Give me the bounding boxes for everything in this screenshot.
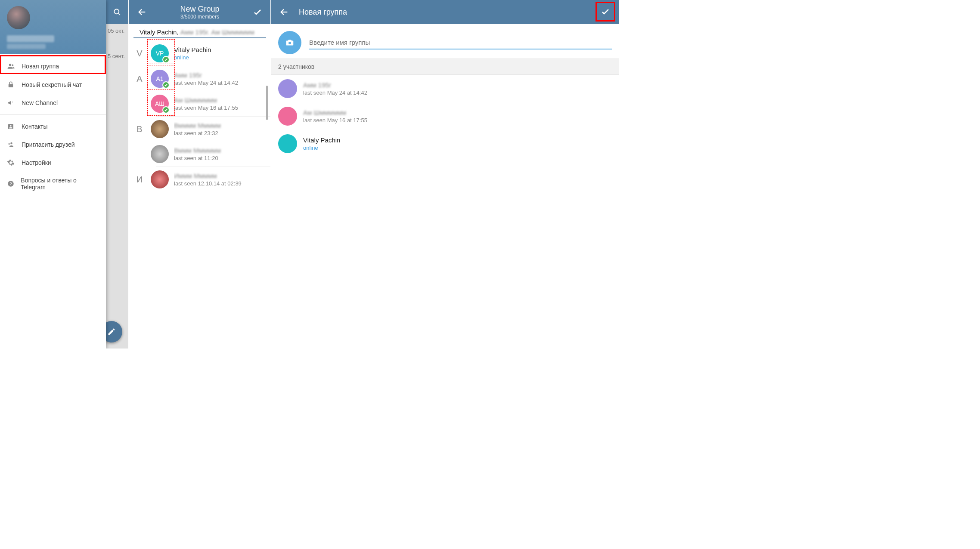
- contact-name-blurred: Вммм Мммммм: [174, 147, 265, 154]
- contact-row[interactable]: V VP Vitaly Pachin online: [129, 41, 270, 66]
- member-row[interactable]: Aмм 195г last seen May 24 at 14:42: [271, 75, 619, 102]
- selected-names-field[interactable]: Vitaly Pachin, Aмм 195г. Ам Шмммммм: [133, 24, 266, 38]
- member-avatar: [278, 134, 297, 153]
- svg-point-7: [10, 142, 12, 145]
- search-icon[interactable]: [113, 8, 121, 16]
- chat-list-peek: 05 окт. 5 сент.: [108, 26, 128, 77]
- svg-point-10: [288, 42, 291, 44]
- section-letter: A: [135, 74, 144, 84]
- menu-label: Контакты: [22, 123, 47, 130]
- header-title: Новая группа: [292, 8, 595, 17]
- group-name-row: [271, 24, 619, 59]
- menu-invite-friends[interactable]: Пригласить друзей: [0, 136, 106, 154]
- highlight-confirm: [595, 2, 615, 22]
- group-photo-button[interactable]: [278, 31, 301, 54]
- gear-icon: [7, 159, 22, 167]
- contact-avatar-photo: [151, 145, 169, 163]
- user-phone-blurred: [7, 44, 46, 49]
- panel2-title: New Group 3/5000 members: [150, 5, 250, 20]
- member-name-blurred: Aмм 195г: [303, 81, 367, 89]
- contact-row[interactable]: B Вмммм Ммммм last seen at 23:32: [129, 117, 270, 142]
- member-name: Vitaly Pachin: [303, 136, 340, 144]
- svg-point-3: [12, 65, 13, 66]
- drawer-menu: Новая группа Новый секретный чат New Cha…: [0, 54, 106, 198]
- user-avatar[interactable]: [7, 6, 30, 29]
- menu-contacts[interactable]: Контакты: [0, 117, 106, 136]
- add-person-icon: [7, 141, 22, 148]
- contact-status: last seen at 23:32: [174, 130, 265, 136]
- contact-status: last seen May 24 at 14:42: [174, 80, 265, 86]
- svg-text:?: ?: [9, 182, 12, 186]
- menu-label: Вопросы и ответы о Telegram: [21, 177, 99, 191]
- contact-status: online: [174, 54, 265, 61]
- contact-row[interactable]: A А1 Aмм 195г last seen May 24 at 14:42: [129, 66, 270, 91]
- contact-name-blurred: Иммм Ммммм: [174, 172, 265, 179]
- svg-point-2: [9, 64, 11, 66]
- menu-label: Пригласить друзей: [22, 141, 75, 148]
- chat-date: 05 окт.: [108, 26, 128, 51]
- header-title: New Group: [150, 5, 250, 14]
- svg-point-0: [114, 9, 119, 14]
- contact-avatar: VP: [151, 44, 169, 62]
- contact-status: last seen at 11:20: [174, 155, 265, 161]
- contacts-list[interactable]: V VP Vitaly Pachin online A А1: [129, 38, 270, 194]
- contact-name: Vitaly Pachin: [174, 46, 265, 53]
- back-button[interactable]: [276, 7, 292, 17]
- contact-status: last seen 12.10.14 at 02:39: [174, 180, 265, 187]
- group-icon: [7, 62, 22, 71]
- avatar-initials: АШ: [155, 100, 164, 107]
- menu-label: New Channel: [22, 99, 58, 106]
- group-name-input[interactable]: [309, 36, 612, 49]
- nav-drawer: Новая группа Новый секретный чат New Cha…: [0, 0, 106, 349]
- camera-icon: [285, 38, 295, 47]
- user-name-blurred: [7, 35, 54, 42]
- select-contacts-panel: New Group 3/5000 members Vitaly Pachin, …: [129, 0, 271, 349]
- drawer-panel: 05 окт. 5 сент. Новая группа Новый: [0, 0, 129, 349]
- drawer-header: [0, 0, 106, 54]
- confirm-button[interactable]: [600, 6, 611, 17]
- chat-date: 5 сент.: [108, 51, 128, 77]
- name-group-panel: Новая группа 2 участников Aмм 195г last …: [271, 0, 620, 349]
- menu-divider: [0, 114, 106, 115]
- menu-new-group[interactable]: Новая группа: [0, 57, 106, 76]
- member-avatar: [278, 107, 297, 126]
- contact-row[interactable]: Вммм Мммммм last seen at 11:20: [129, 142, 270, 167]
- contact-name-blurred: Ам Шмммммм: [174, 96, 265, 104]
- lock-icon: [7, 81, 22, 89]
- member-name-blurred: Ам Шмммммм: [303, 109, 367, 116]
- contact-row[interactable]: АШ Ам Шмммммм last seen May 16 at 17:55: [129, 91, 270, 116]
- members-count-label: 2 участников: [271, 59, 619, 75]
- menu-label: Новый секретный чат: [22, 81, 82, 88]
- help-icon: ?: [7, 180, 21, 188]
- back-button[interactable]: [134, 7, 150, 17]
- svg-rect-4: [9, 84, 13, 88]
- contact-row[interactable]: И Иммм Ммммм last seen 12.10.14 at 02:39: [129, 167, 270, 192]
- selected-check-icon: [162, 56, 170, 63]
- member-row[interactable]: Vitaly Pachin online: [271, 130, 619, 157]
- contact-avatar: А1: [151, 70, 169, 88]
- menu-label: Настройки: [22, 159, 51, 166]
- contact-status: last seen May 16 at 17:55: [174, 105, 265, 111]
- selected-check-icon: [162, 106, 170, 114]
- svg-point-6: [10, 125, 11, 126]
- contact-avatar: АШ: [151, 95, 169, 113]
- contact-name-blurred: Aмм 195г: [174, 71, 265, 79]
- panel2-header: New Group 3/5000 members: [129, 0, 270, 24]
- menu-faq[interactable]: ? Вопросы и ответы о Telegram: [0, 172, 106, 196]
- svg-line-1: [118, 13, 120, 15]
- menu-settings[interactable]: Настройки: [0, 154, 106, 172]
- selected-name-blurred: Aмм 195г. Ам Шмммммм: [180, 28, 254, 36]
- member-status: last seen May 24 at 14:42: [303, 89, 367, 96]
- megaphone-icon: [7, 99, 22, 107]
- menu-new-secret-chat[interactable]: Новый секретный чат: [0, 76, 106, 94]
- contact-icon: [7, 123, 22, 130]
- contact-avatar-photo: [151, 170, 169, 188]
- menu-new-channel[interactable]: New Channel: [0, 94, 106, 112]
- section-letter: B: [135, 124, 144, 134]
- confirm-button[interactable]: [250, 7, 265, 17]
- section-letter: И: [135, 175, 144, 185]
- menu-label: Новая группа: [22, 63, 59, 70]
- panel3-header: Новая группа: [271, 0, 619, 24]
- member-row[interactable]: Ам Шмммммм last seen May 16 at 17:55: [271, 102, 619, 130]
- contact-name-blurred: Вмммм Ммммм: [174, 122, 265, 129]
